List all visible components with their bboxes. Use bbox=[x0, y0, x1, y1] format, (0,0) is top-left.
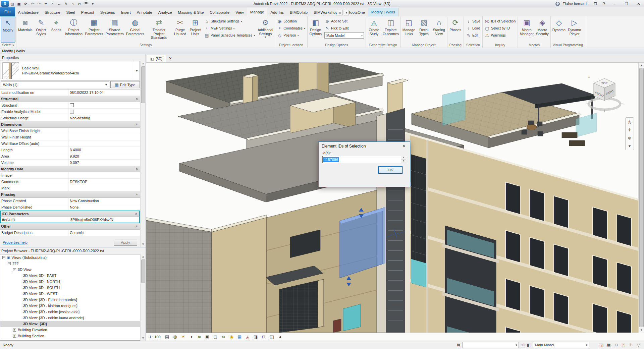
property-value[interactable] bbox=[68, 134, 140, 140]
scroll-down-icon[interactable]: ▼ bbox=[639, 328, 644, 333]
purge-unused-button[interactable]: ✂PurgeUnused bbox=[173, 17, 187, 43]
tree-item-3d-view-3d-ndbim-luana-andrade[interactable]: 3D View: {3D - ndbim.luana.andrade} bbox=[0, 315, 140, 321]
scrollbar-thumb[interactable] bbox=[141, 259, 145, 283]
global-parameters-button[interactable]: ◍GlobalParameters bbox=[125, 17, 145, 43]
scroll-up-icon[interactable]: ▲ bbox=[639, 63, 644, 68]
browser-scrollbar[interactable]: ▲ ▼ bbox=[140, 254, 146, 341]
signed-in-user[interactable]: Elaine.bernard... bbox=[562, 2, 590, 6]
property-group-ifc-parameters[interactable]: IFC Parameters» bbox=[0, 211, 140, 217]
type-selector[interactable]: Basic Wall Fin-Elev-Ceramic#Waterproof-4… bbox=[1, 61, 140, 80]
phases-button[interactable]: ⟳Phases bbox=[448, 17, 463, 43]
panel-toggle-icon[interactable]: ▭ bbox=[337, 10, 343, 15]
scrollbar-thumb[interactable] bbox=[639, 68, 644, 327]
scrollbar-thumb[interactable] bbox=[141, 66, 145, 103]
object-styles-button[interactable]: ✎ObjectStyles bbox=[34, 17, 49, 43]
expand-view-control-icon[interactable]: ◂ bbox=[277, 334, 283, 339]
tab-structure[interactable]: Structure bbox=[42, 8, 63, 16]
tab-annotate[interactable]: Annotate bbox=[134, 8, 155, 16]
mep-settings-button[interactable]: ≈MEP Settings▾ bbox=[203, 25, 256, 32]
reveal-constraints-icon[interactable]: ⊓ bbox=[261, 334, 267, 339]
create-study-button[interactable]: ◬CreateStudy bbox=[367, 17, 381, 43]
project-units-button[interactable]: ⊞ProjectUnits bbox=[188, 17, 203, 43]
tab-precast[interactable]: Precast bbox=[78, 8, 97, 16]
open-icon[interactable]: ▤ bbox=[9, 1, 15, 7]
active-design-option-select[interactable]: Main Model▾ bbox=[324, 32, 364, 39]
close-button[interactable]: ✕ bbox=[634, 0, 643, 7]
add-to-set-button[interactable]: ⊕Add to Set bbox=[323, 18, 365, 24]
sync-icon[interactable]: ⟳ bbox=[22, 1, 29, 7]
tab-bimworkshop[interactable]: BIMWorkshop bbox=[311, 8, 341, 16]
checkbox[interactable] bbox=[70, 110, 74, 114]
property-value[interactable]: 06/10/2022 17:10:04 bbox=[68, 90, 140, 96]
design-options-button[interactable]: ◧DesignOptions bbox=[308, 17, 323, 43]
thin-lines-icon[interactable]: ☰ bbox=[83, 1, 89, 7]
measure-icon[interactable]: ∕ bbox=[49, 1, 56, 7]
select-by-face-icon[interactable]: ◳ bbox=[621, 343, 627, 347]
help-icon[interactable]: ? bbox=[601, 1, 607, 6]
pan-icon[interactable]: ✛ bbox=[626, 126, 634, 134]
tab-modify-walls[interactable]: Modify | Walls bbox=[368, 8, 398, 16]
drag-on-selection-icon[interactable]: ✛ bbox=[628, 343, 634, 347]
property-value[interactable]: None bbox=[68, 204, 140, 211]
user-avatar-icon[interactable] bbox=[555, 2, 560, 6]
worksharing-display-icon[interactable]: ◫ bbox=[269, 334, 275, 339]
temporary-hide-isolate-icon[interactable]: ∞ bbox=[221, 334, 226, 339]
worksets-icon[interactable]: ▤ bbox=[457, 343, 460, 347]
aligned-dimension-icon[interactable]: ↔ bbox=[56, 1, 62, 7]
tree-item-3d-view-3d-elaine-bernardes[interactable]: 3D View: {3D - Elaine.bernardes} bbox=[0, 297, 140, 303]
drawing-area[interactable]: ◧ {3D} ✕ bbox=[146, 54, 644, 341]
active-workset-select[interactable]: ▼ bbox=[463, 342, 519, 348]
canvas-scrollbar[interactable]: ▲ ▼ bbox=[638, 63, 644, 333]
tree-item-3d-view-3d-south[interactable]: 3D View: 3D - SOUTH bbox=[0, 285, 140, 291]
save-icon[interactable]: ▣ bbox=[16, 1, 22, 7]
chevron-down-icon[interactable]: ▾ bbox=[344, 10, 349, 15]
property-value[interactable] bbox=[68, 102, 140, 109]
zoom-icon[interactable]: ⊕ bbox=[626, 134, 634, 142]
viewcube[interactable]: TOP FRONT RIGHT ⌂ bbox=[584, 70, 625, 114]
minimize-button[interactable]: — bbox=[610, 0, 619, 7]
ids-of-selection-button[interactable]: №IDs of Selection bbox=[483, 18, 517, 24]
detail-level-icon[interactable]: ▤ bbox=[164, 334, 170, 339]
project-information-button[interactable]: ⓘProjectInformation bbox=[64, 17, 84, 43]
tab-analyze[interactable]: Analyze bbox=[155, 8, 175, 16]
property-group-structural[interactable]: Structural» bbox=[0, 96, 140, 102]
model-3d-view[interactable] bbox=[146, 63, 638, 333]
highlight-displacement-sets-icon[interactable]: ◨ bbox=[253, 334, 259, 339]
property-value[interactable]: Non-bearing bbox=[68, 115, 140, 121]
revit-app-button[interactable]: R bbox=[1, 1, 9, 7]
spin-up-icon[interactable]: ▲ bbox=[401, 156, 406, 160]
properties-scrollbar[interactable]: ▲ ▼ bbox=[140, 61, 146, 247]
edit-type-button[interactable]: ▦ Edit Type bbox=[110, 81, 140, 88]
collapse-icon[interactable]: » bbox=[134, 168, 140, 170]
property-value[interactable]: New Construction bbox=[68, 198, 140, 204]
collapse-icon[interactable]: » bbox=[133, 213, 139, 215]
viewcube-top-label[interactable]: TOP bbox=[601, 81, 607, 85]
show-crop-region-icon[interactable]: ◻ bbox=[213, 334, 218, 339]
property-value[interactable]: DESKTOP bbox=[68, 179, 140, 185]
tab-architecture[interactable]: Architecture bbox=[15, 8, 42, 16]
tree-item-building-section[interactable]: +Building Section bbox=[0, 333, 140, 339]
chevron-down-icon[interactable]: ▼ bbox=[134, 61, 140, 80]
spinner[interactable]: ▲ ▼ bbox=[401, 156, 406, 163]
property-value[interactable]: 9.920 bbox=[68, 153, 140, 160]
cart-icon[interactable]: ⊟ bbox=[592, 1, 598, 6]
properties-help-link[interactable]: Properties help bbox=[3, 240, 28, 244]
load-button[interactable]: ↑Load bbox=[465, 25, 482, 32]
show-rendering-dialog-icon[interactable]: ◙ bbox=[197, 334, 202, 339]
scroll-up-icon[interactable]: ▲ bbox=[141, 254, 146, 259]
modify-button[interactable]: ↖Modify bbox=[1, 17, 15, 43]
active-design-option-select[interactable]: Main Model ▼ bbox=[533, 342, 589, 348]
warnings-button[interactable]: ⚠Warnings bbox=[483, 32, 517, 39]
tree-item-3d-view-3d[interactable]: 3D View: {3D} bbox=[0, 321, 140, 327]
tree-item-3d-view-3d-north[interactable]: 3D View: 3D - NORTH bbox=[0, 279, 140, 285]
snaps-button[interactable]: ⌖Snaps bbox=[49, 17, 64, 43]
scroll-down-icon[interactable]: ▼ bbox=[141, 242, 146, 247]
property-value[interactable]: 0.397 bbox=[68, 160, 140, 166]
tab-systems[interactable]: Systems bbox=[97, 8, 118, 16]
apply-button[interactable]: Apply bbox=[114, 239, 137, 246]
tree-item-building-elevation[interactable]: +Building Elevation bbox=[0, 327, 140, 333]
additional-settings-button[interactable]: ⚙AdditionalSettings▾ bbox=[257, 17, 274, 43]
dynamo-button[interactable]: ◇Dynamo bbox=[551, 17, 567, 43]
manage-links-button[interactable]: ◱ManageLinks bbox=[401, 17, 416, 43]
property-value[interactable]: Ceramic bbox=[68, 230, 140, 236]
